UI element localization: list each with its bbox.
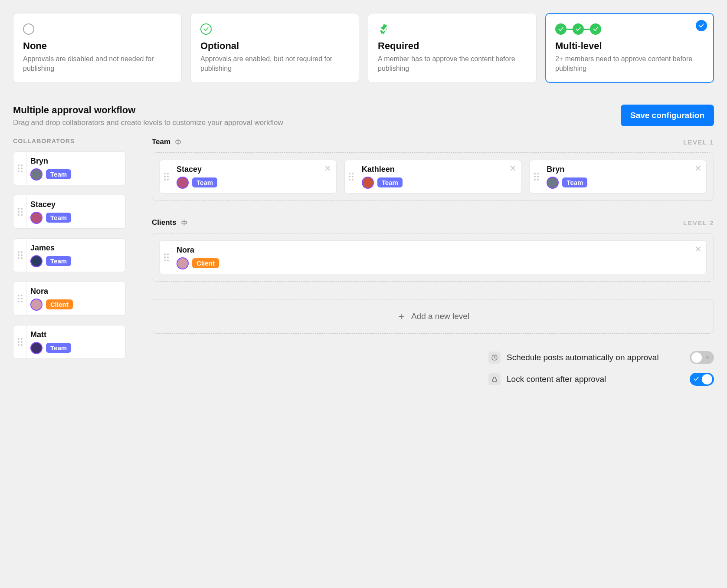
toggle-schedule-label: Schedule posts automatically on approval: [507, 353, 659, 362]
drag-handle-icon[interactable]: [13, 195, 26, 228]
option-none-icon: [23, 22, 172, 36]
person-card[interactable]: Bryn Team: [13, 151, 126, 185]
toggle-row-lock: Lock content after approval: [488, 373, 714, 386]
option-required-icon: [378, 22, 527, 36]
person-name: Stacey: [30, 200, 119, 209]
section-subtitle: Drag and drop collaborators and create l…: [13, 118, 283, 127]
drag-handle-icon[interactable]: [13, 282, 26, 315]
option-optional-desc: Approvals are enabled, but not required …: [200, 54, 349, 73]
option-required-desc: A member has to approve the content befo…: [378, 54, 527, 73]
collaborators-label: COLLABORATORS: [13, 138, 126, 145]
check-icon: [693, 376, 699, 384]
option-multi-icon: [555, 22, 704, 36]
person-card[interactable]: Stacey Team: [13, 195, 126, 229]
drag-handle-icon[interactable]: [530, 160, 543, 193]
drag-handle-icon[interactable]: [13, 325, 26, 358]
rename-icon[interactable]: [175, 138, 183, 146]
section-header: Multiple approval workflow Drag and drop…: [13, 105, 714, 127]
avatar: [362, 177, 374, 189]
option-card-optional[interactable]: Optional Approvals are enabled, but not …: [190, 13, 359, 83]
collaborators-column: COLLABORATORS Bryn Team Stacey Team: [13, 138, 126, 394]
toggle-schedule-switch[interactable]: ✕: [690, 351, 714, 364]
option-optional-icon: [200, 22, 349, 36]
remove-person-button[interactable]: ✕: [508, 164, 517, 173]
drag-handle-icon[interactable]: [13, 152, 26, 185]
rename-icon[interactable]: [181, 219, 189, 227]
remove-person-button[interactable]: ✕: [323, 164, 333, 173]
approval-options-row: None Approvals are disabled and not need…: [13, 13, 714, 83]
add-new-level-label: Add a new level: [411, 312, 469, 321]
selected-check-icon: [696, 20, 707, 31]
level-title: Team: [152, 138, 170, 146]
person-card[interactable]: Kathleen Team ✕: [344, 160, 522, 194]
drag-handle-icon[interactable]: [345, 160, 358, 193]
plus-icon: ＋: [396, 310, 406, 323]
person-card[interactable]: Nora Client: [13, 282, 126, 315]
role-tag: Team: [377, 177, 403, 187]
option-card-required[interactable]: Required A member has to approve the con…: [368, 13, 537, 83]
person-name: Bryn: [547, 165, 700, 174]
drag-handle-icon[interactable]: [13, 239, 26, 272]
level-header: Clients LEVEL 2: [152, 218, 714, 227]
toggle-row-schedule: Schedule posts automatically on approval…: [488, 351, 714, 364]
avatar: [177, 257, 189, 269]
option-multi-title: Multi-level: [555, 40, 704, 52]
person-name: Stacey: [177, 165, 330, 174]
x-icon: ✕: [705, 354, 711, 361]
circle-outline-icon: [23, 23, 34, 35]
avatar: [30, 255, 43, 267]
toggle-lock-label: Lock content after approval: [507, 374, 606, 384]
role-tag: Team: [46, 169, 71, 179]
option-multi-desc: 2+ members need to approve content befor…: [555, 54, 704, 73]
avatar: [547, 177, 559, 189]
person-card[interactable]: Nora Client ✕: [159, 240, 707, 274]
option-required-title: Required: [378, 40, 527, 52]
level-title: Clients: [152, 218, 177, 227]
role-tag: Team: [46, 343, 71, 353]
avatar: [30, 212, 43, 224]
person-name: Nora: [30, 287, 119, 296]
person-name: Kathleen: [362, 165, 515, 174]
person-card[interactable]: Matt Team: [13, 325, 126, 359]
person-name: Bryn: [30, 157, 119, 166]
option-optional-title: Optional: [200, 40, 349, 52]
settings-toggles: Schedule posts automatically on approval…: [217, 351, 714, 386]
remove-person-button[interactable]: ✕: [693, 164, 703, 173]
toggle-lock-switch[interactable]: [690, 373, 714, 386]
remove-person-button[interactable]: ✕: [693, 244, 703, 254]
role-tag: Client: [46, 299, 73, 309]
clock-icon: [488, 351, 501, 364]
avatar: [177, 177, 189, 189]
circle-check-outline-icon: [200, 23, 212, 35]
add-new-level-button[interactable]: ＋ Add a new level: [152, 299, 714, 334]
person-name: James: [30, 243, 119, 253]
levels-column: Team LEVEL 1 Stacey Team ✕ Kathleen: [152, 138, 714, 394]
role-tag: Team: [562, 177, 587, 187]
burst-check-icon: [378, 23, 390, 35]
level-dropzone[interactable]: Nora Client ✕: [152, 233, 714, 282]
level-number-label: LEVEL 2: [683, 219, 714, 227]
lock-icon: [488, 373, 501, 385]
drag-handle-icon[interactable]: [160, 160, 173, 193]
role-tag: Team: [192, 177, 217, 187]
person-card[interactable]: Stacey Team ✕: [159, 160, 337, 194]
save-configuration-button[interactable]: Save configuration: [621, 105, 714, 126]
option-card-multi-level[interactable]: Multi-level 2+ members need to approve c…: [545, 13, 714, 83]
drag-handle-icon[interactable]: [160, 241, 173, 274]
option-card-none[interactable]: None Approvals are disabled and not need…: [13, 13, 182, 83]
collaborators-list: Bryn Team Stacey Team James: [13, 151, 126, 359]
avatar: [30, 168, 43, 181]
level-number-label: LEVEL 1: [683, 138, 714, 146]
role-tag: Team: [46, 256, 71, 266]
person-name: Matt: [30, 330, 119, 339]
person-name: Nora: [177, 246, 700, 255]
avatar: [30, 299, 43, 311]
option-none-desc: Approvals are disabled and not needed fo…: [23, 54, 172, 73]
level-dropzone[interactable]: Stacey Team ✕ Kathleen Team ✕ Bryn: [152, 152, 714, 201]
option-none-title: None: [23, 40, 172, 52]
level-header: Team LEVEL 1: [152, 138, 714, 146]
person-card[interactable]: James Team: [13, 238, 126, 272]
person-card[interactable]: Bryn Team ✕: [529, 160, 707, 194]
role-tag: Client: [192, 258, 219, 268]
svg-rect-3: [492, 379, 496, 382]
